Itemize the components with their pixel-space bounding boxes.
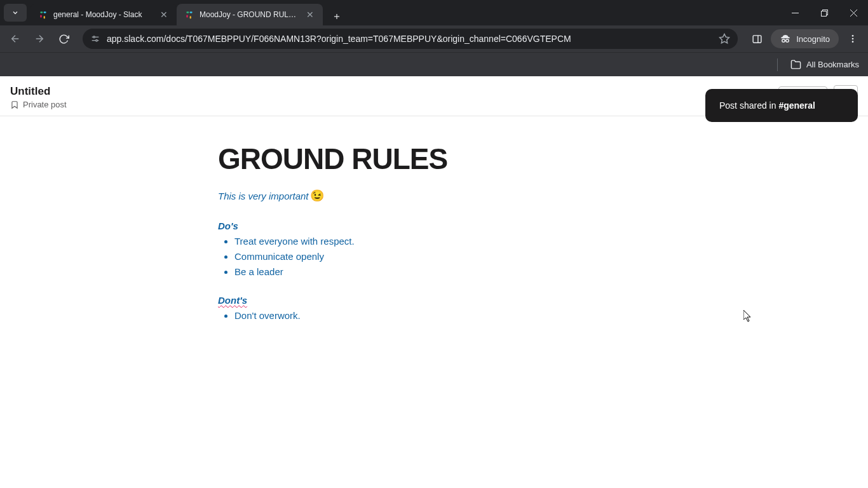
privacy-label: Private post [23,100,67,109]
close-icon [850,10,857,17]
donts-list[interactable]: Don't overwork. [218,308,650,323]
all-bookmarks-label: All Bookmarks [806,60,859,69]
svg-rect-6 [190,16,191,18]
bookmarks-bar: All Bookmarks [0,52,868,76]
all-bookmarks-button[interactable]: All Bookmarks [790,59,859,70]
chrome-menu-button[interactable] [843,29,863,49]
svg-rect-1 [44,11,46,13]
close-icon[interactable]: ✕ [305,10,315,20]
folder-icon [790,59,801,70]
side-panel-button[interactable] [747,29,767,49]
tab-search-button[interactable] [4,4,27,22]
svg-rect-2 [44,16,45,18]
svg-rect-3 [40,11,43,13]
dos-heading[interactable]: Do's [218,220,650,231]
svg-point-19 [93,36,95,38]
slack-favicon-icon [38,10,48,20]
tab-active[interactable]: MoodJoy - GROUND RULES - S ✕ [177,4,323,25]
reload-icon [58,34,69,44]
maximize-icon [821,10,828,17]
dos-list[interactable]: Treat everyone with respect. Communicate… [218,234,650,280]
tab-title: MoodJoy - GROUND RULES - S [200,10,300,19]
slack-favicon-icon [184,10,194,20]
svg-rect-12 [821,11,826,16]
kebab-icon [848,34,858,44]
window-controls [780,0,868,25]
svg-rect-5 [190,11,193,13]
forward-button[interactable] [29,29,50,49]
list-item[interactable]: Communicate openly [234,249,650,264]
page-content: Untitled Private post Share ••• GROUND R… [0,76,868,488]
bookmark-star-icon[interactable] [719,33,730,44]
toast-channel: #general [778,100,815,111]
document-body[interactable]: GROUND RULES This is very important😉 Do'… [205,116,663,364]
svg-point-24 [782,39,785,43]
tabs-container: general - MoodJoy - Slack ✕ MoodJoy - GR… [31,0,780,25]
page-title[interactable]: Untitled [10,85,67,98]
toast-notification[interactable]: Post shared in #general [705,89,858,122]
svg-marker-21 [720,34,729,43]
svg-rect-7 [186,11,189,13]
reload-button[interactable] [53,29,74,49]
tab-title: general - MoodJoy - Slack [53,10,154,19]
incognito-badge[interactable]: Incognito [771,29,839,48]
new-tab-button[interactable] [328,8,346,25]
toast-text: Post shared in [719,100,778,111]
svg-point-29 [852,41,854,43]
bookmark-icon [10,100,19,109]
incognito-icon [780,33,791,44]
minimize-button[interactable] [780,0,810,25]
browser-titlebar: general - MoodJoy - Slack ✕ MoodJoy - GR… [0,0,868,25]
document-subtitle[interactable]: This is very important😉 [218,189,650,203]
separator [777,58,778,71]
list-item[interactable]: Don't overwork. [234,308,650,323]
document-heading[interactable]: GROUND RULES [218,142,650,176]
svg-point-25 [786,39,789,43]
panel-icon [752,34,763,44]
close-window-button[interactable] [839,0,868,25]
plus-icon [332,12,341,21]
mouse-cursor-icon [743,310,754,323]
svg-rect-22 [753,35,761,42]
tab-inactive[interactable]: general - MoodJoy - Slack ✕ [31,4,177,25]
address-bar[interactable]: app.slack.com/docs/T067MEBPPUY/F066NAMN1… [83,29,738,49]
donts-heading[interactable]: Dont's [218,295,247,306]
back-button[interactable] [5,29,25,49]
wink-emoji-icon: 😉 [310,189,324,203]
browser-toolbar: app.slack.com/docs/T067MEBPPUY/F066NAMN1… [0,25,868,52]
svg-point-20 [96,39,98,41]
list-item[interactable]: Treat everyone with respect. [234,234,650,249]
arrow-left-icon [10,33,21,44]
close-icon[interactable]: ✕ [159,10,169,20]
doc-privacy[interactable]: Private post [10,100,67,109]
chevron-down-icon [11,9,19,17]
svg-rect-0 [40,15,41,18]
svg-point-28 [852,38,854,40]
minimize-icon [792,10,799,17]
svg-point-27 [852,35,854,37]
svg-rect-4 [186,15,187,18]
arrow-right-icon [34,33,45,44]
list-item[interactable]: Be a leader [234,264,650,280]
incognito-label: Incognito [796,34,830,44]
site-settings-icon[interactable] [90,34,100,44]
maximize-button[interactable] [810,0,839,25]
url-text: app.slack.com/docs/T067MEBPPUY/F066NAMN1… [107,34,712,44]
